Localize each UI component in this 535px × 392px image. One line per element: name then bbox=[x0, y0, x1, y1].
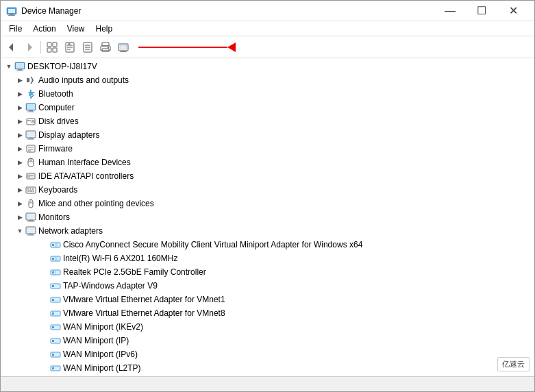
expander-bluetooth[interactable]: ▶ bbox=[14, 88, 25, 99]
app-icon bbox=[6, 5, 17, 16]
menu-file[interactable]: File bbox=[3, 23, 27, 35]
adapter-cisco-icon bbox=[50, 239, 61, 250]
svg-rect-83 bbox=[52, 285, 54, 287]
adapter-wan-ikev2-icon bbox=[50, 321, 61, 332]
display-label: Display adapters bbox=[38, 130, 99, 140]
svg-rect-69 bbox=[29, 234, 33, 235]
tree-node-keyboard[interactable]: ▶ Keyboards bbox=[1, 183, 534, 197]
expander-monitor[interactable]: ▶ bbox=[14, 212, 25, 223]
tree-node-computer[interactable]: ▶ Computer bbox=[1, 101, 534, 114]
svg-rect-89 bbox=[52, 326, 54, 328]
svg-rect-72 bbox=[52, 244, 54, 246]
minimize-button[interactable]: — bbox=[434, 1, 466, 21]
svg-rect-57 bbox=[32, 188, 34, 190]
tree-node-realtek[interactable]: ▶ Realtek PCIe 2.5GbE Family Controller bbox=[1, 265, 534, 279]
tree-view-content[interactable]: ▼ DESKTOP-IJ8I17V ▶ bbox=[1, 58, 534, 376]
tree-node-mouse[interactable]: ▶ Mice and other pointing devices bbox=[1, 197, 534, 210]
wan-ikev2-label: WAN Miniport (IKEv2) bbox=[63, 322, 143, 332]
svg-rect-6 bbox=[47, 42, 51, 47]
tree-node-hid[interactable]: ▶ Human Interface Devices bbox=[1, 156, 534, 169]
tree-node-wan-l2tp[interactable]: ▶ WAN Miniport (L2TP) bbox=[1, 361, 534, 375]
menu-bar: File Action View Help bbox=[1, 21, 534, 36]
svg-point-14 bbox=[69, 42, 71, 45]
toolbar bbox=[1, 36, 534, 58]
expander-firmware[interactable]: ▶ bbox=[14, 143, 25, 154]
menu-help[interactable]: Help bbox=[90, 23, 119, 35]
scan-hardware-button[interactable] bbox=[115, 39, 132, 56]
expander-keyboard[interactable]: ▶ bbox=[14, 184, 25, 195]
tree-node-ide[interactable]: ▶ IDE ATA/ATAPI controllers bbox=[1, 169, 534, 183]
tree-node-wan-ip[interactable]: ▶ WAN Miniport (IP) bbox=[1, 334, 534, 347]
forward-button[interactable] bbox=[21, 39, 38, 56]
tree-node-bluetooth[interactable]: ▶ Bluetooth bbox=[1, 87, 534, 101]
adapter-vmnet8-icon bbox=[50, 308, 61, 319]
tree-node-intel-wifi[interactable]: ▶ Intel(R) Wi-Fi 6 AX201 160MHz bbox=[1, 252, 534, 265]
expander-display[interactable]: ▶ bbox=[14, 130, 25, 140]
cisco-label: Cisco AnyConnect Secure Mobility Client … bbox=[63, 240, 362, 249]
tree-node-wan-ikev2[interactable]: ▶ WAN Miniport (IKEv2) bbox=[1, 320, 534, 334]
tap-label: TAP-Windows Adapter V9 bbox=[63, 281, 158, 291]
close-button[interactable]: ✕ bbox=[497, 1, 529, 21]
adapter-realtek-icon bbox=[50, 267, 61, 278]
tree-node-network[interactable]: ▼ Network adapters bbox=[1, 224, 534, 238]
device-tree: ▼ DESKTOP-IJ8I17V ▶ bbox=[1, 60, 534, 376]
device-view-button[interactable] bbox=[44, 39, 60, 56]
ide-icon bbox=[25, 171, 36, 182]
svg-rect-22 bbox=[108, 47, 109, 49]
tree-node-display[interactable]: ▶ Display adapters bbox=[1, 128, 534, 142]
svg-rect-58 bbox=[27, 191, 29, 192]
svg-rect-85 bbox=[52, 299, 54, 301]
mouse-icon bbox=[25, 198, 36, 209]
expander-computer[interactable]: ▶ bbox=[14, 102, 25, 113]
disk-label: Disk drives bbox=[38, 117, 79, 126]
vmnet1-label: VMware Virtual Ethernet Adapter for VMne… bbox=[63, 295, 225, 304]
adapter-wan-l2tp-icon bbox=[50, 363, 61, 373]
svg-rect-25 bbox=[121, 51, 125, 51]
ide-label: IDE ATA/ATAPI controllers bbox=[38, 171, 134, 181]
wan-ip-label: WAN Miniport (IP) bbox=[63, 336, 129, 345]
expander-network[interactable]: ▼ bbox=[14, 225, 25, 236]
svg-rect-28 bbox=[16, 63, 24, 69]
svg-rect-95 bbox=[52, 367, 54, 369]
svg-rect-43 bbox=[27, 139, 34, 140]
expander-audio[interactable]: ▶ bbox=[14, 75, 25, 86]
root-label: DESKTOP-IJ8I17V bbox=[27, 62, 97, 71]
expander-mouse[interactable]: ▶ bbox=[14, 198, 25, 209]
expander-hid[interactable]: ▶ bbox=[14, 157, 25, 168]
maximize-button[interactable]: ☐ bbox=[466, 1, 497, 21]
computer-icon bbox=[14, 61, 25, 72]
svg-rect-35 bbox=[27, 112, 34, 112]
tree-node-vmnet8[interactable]: ▶ VMware Virtual Ethernet Adapter for VM… bbox=[1, 306, 534, 320]
device-manager-window: Device Manager — ☐ ✕ File Action View He… bbox=[0, 0, 535, 392]
svg-rect-48 bbox=[30, 158, 32, 161]
tree-node-tap[interactable]: ▶ TAP-Windows Adapter V9 bbox=[1, 279, 534, 293]
svg-marker-5 bbox=[28, 43, 32, 51]
menu-view[interactable]: View bbox=[62, 23, 90, 35]
svg-rect-59 bbox=[29, 191, 33, 192]
computer-sub-icon bbox=[25, 102, 36, 113]
tree-node-wan-ipv6[interactable]: ▶ WAN Miniport (IPv6) bbox=[1, 347, 534, 361]
tree-node-vmnet1[interactable]: ▶ VMware Virtual Ethernet Adapter for VM… bbox=[1, 293, 534, 306]
svg-rect-56 bbox=[30, 188, 32, 190]
back-button[interactable] bbox=[3, 39, 20, 56]
tree-node-root[interactable]: ▼ DESKTOP-IJ8I17V bbox=[1, 60, 534, 73]
tree-node-audio[interactable]: ▶ Audio inputs and outputs bbox=[1, 73, 534, 87]
resource-button[interactable] bbox=[79, 39, 96, 56]
svg-rect-7 bbox=[53, 42, 57, 47]
expander-ide[interactable]: ▶ bbox=[14, 171, 25, 182]
properties-button[interactable] bbox=[62, 39, 78, 56]
expander-disk[interactable]: ▶ bbox=[14, 116, 25, 127]
tree-node-firmware[interactable]: ▶ Firmware bbox=[1, 142, 534, 156]
monitor-label: Monitors bbox=[38, 212, 70, 222]
print-button[interactable] bbox=[97, 39, 114, 56]
svg-rect-3 bbox=[8, 15, 15, 16]
svg-rect-65 bbox=[29, 220, 33, 221]
menu-action[interactable]: Action bbox=[27, 23, 61, 35]
tree-node-monitor[interactable]: ▶ Monitors bbox=[1, 210, 534, 224]
svg-rect-31 bbox=[27, 78, 29, 82]
tree-node-disk[interactable]: ▶ Disk drives bbox=[1, 114, 534, 128]
tree-node-cisco[interactable]: ▶ Cisco AnyConnect Secure Mobility Clien… bbox=[1, 238, 534, 252]
monitor-icon bbox=[25, 212, 36, 223]
svg-rect-1 bbox=[8, 9, 15, 13]
expander-root[interactable]: ▼ bbox=[3, 61, 14, 72]
